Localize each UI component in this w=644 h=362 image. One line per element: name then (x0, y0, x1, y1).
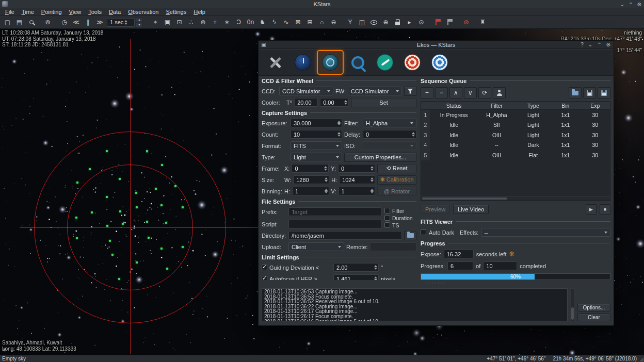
fits-viewer-icon[interactable]: ◫ (356, 17, 368, 28)
open-queue-button[interactable] (569, 87, 582, 98)
ekos-icon[interactable]: Y (344, 17, 356, 28)
resize-grip[interactable] (639, 357, 643, 361)
minimize-button[interactable]: ⌄ (620, 2, 624, 7)
menu-item[interactable]: Data (105, 9, 124, 15)
frame-y-spin[interactable]: 0 (338, 164, 375, 173)
size-w-spin[interactable]: 1280 (293, 175, 329, 184)
add-flag-icon[interactable] (432, 17, 444, 28)
solar-system-icon[interactable]: ⊡ (173, 17, 185, 28)
menu-item[interactable]: Time (18, 9, 38, 15)
expand-button[interactable]: ⌃ (597, 42, 601, 47)
sky-object-marker[interactable] (119, 210, 121, 212)
splitter-handle[interactable] (259, 281, 614, 285)
limit-checkbox[interactable] (262, 276, 267, 280)
sky-object-marker[interactable] (136, 261, 138, 264)
custom-properties-button[interactable]: Custom Properties... (344, 153, 416, 162)
save-queue-as-button[interactable] (598, 87, 610, 98)
time-step-back-icon[interactable]: ≪ (70, 17, 82, 28)
tab-scheduler[interactable] (291, 51, 315, 74)
tab-mount[interactable] (373, 51, 397, 74)
script-input[interactable] (288, 220, 381, 228)
sky-object-marker[interactable] (91, 211, 93, 213)
reset-queue-button[interactable]: ⟳ (478, 87, 491, 98)
tab-capture[interactable] (318, 51, 343, 74)
track-object-icon[interactable]: ⊙ (415, 17, 427, 28)
clear-button[interactable]: Clear (577, 314, 610, 321)
ekos-close-button[interactable]: ⊗ (606, 42, 610, 47)
slew-icon[interactable]: ▸ (404, 17, 415, 28)
sky-object-marker[interactable] (165, 222, 167, 224)
prefix-input[interactable]: Target (288, 207, 381, 216)
sequence-row[interactable]: 5 Idle OIII Flat 1x1 30 (421, 150, 610, 160)
sequence-row[interactable]: 3 Idle OIII Light 1x1 30 (421, 130, 610, 140)
remove-job-button[interactable]: − (435, 87, 448, 98)
satellites-icon[interactable]: ϟ (268, 17, 280, 28)
job-down-button[interactable]: ∨ (464, 87, 477, 98)
size-h-spin[interactable]: 1024 (339, 175, 375, 184)
time-step-input[interactable]: 1 sec (107, 18, 135, 27)
ccd-select[interactable]: CCD Simulator (279, 87, 333, 95)
limit-value-spin[interactable]: 1.461 (333, 274, 379, 280)
menu-item[interactable]: Tools (85, 9, 105, 15)
sky-object-marker[interactable] (182, 206, 184, 208)
abort-icon[interactable]: ⊘ (460, 17, 472, 28)
time-step-forward-icon[interactable]: ≫ (94, 17, 106, 28)
menu-item[interactable]: File (2, 9, 18, 15)
stop-sequence-button[interactable]: ■ (600, 204, 610, 215)
sky-object-marker[interactable] (106, 150, 108, 152)
sequence-row[interactable]: 2 Idle SII Light 1x1 30 (421, 120, 610, 130)
time-clock-icon[interactable]: ◷ (58, 17, 70, 28)
set-temperature-button[interactable]: Set (351, 98, 416, 107)
tab-setup[interactable] (263, 51, 288, 74)
effects-select[interactable]: -- (481, 228, 610, 237)
sky-object-marker[interactable] (161, 164, 163, 166)
add-job-button[interactable]: + (421, 87, 433, 98)
help-button[interactable]: ? (581, 42, 584, 47)
indi-eye-icon[interactable] (368, 17, 380, 28)
start-sequence-button[interactable]: ▶ (586, 204, 597, 215)
count-spin[interactable]: 10 (291, 130, 342, 139)
telescope-target-icon[interactable]: ⊕ (380, 17, 392, 28)
milky-way-icon[interactable]: ∿ (280, 17, 292, 28)
planets-icon[interactable]: ⊖ (328, 17, 340, 28)
time-step-up-button[interactable]: ▴ (136, 18, 143, 22)
time-info-box[interactable]: LT: 10:28:08 AM Saturday, January 13, 20… (2, 30, 103, 48)
bin-h-spin[interactable]: 1 (292, 187, 329, 195)
time-step-down-button[interactable]: ▾ (136, 23, 143, 27)
supernovae-icon[interactable]: 0n (245, 17, 256, 28)
sky-object-marker[interactable] (146, 150, 148, 152)
constellation-lines-icon[interactable]: ∴ (185, 17, 197, 28)
hide-objects-icon[interactable]: ⊠ (292, 17, 304, 28)
delay-spin[interactable]: 0 (363, 130, 416, 139)
directory-input[interactable]: /home/jasem (288, 231, 402, 240)
geolocation-icon[interactable]: ⊚ (42, 17, 54, 28)
sky-object-marker[interactable] (76, 182, 78, 184)
filter-select[interactable]: H_Alpha (363, 119, 416, 127)
filter-manager-button[interactable] (404, 87, 416, 96)
observatory-icon[interactable]: ⌂ (316, 17, 328, 28)
options-button[interactable]: Options... (577, 304, 610, 311)
menu-item[interactable]: Pointing (38, 9, 66, 15)
menu-item[interactable]: View (66, 9, 85, 15)
live-video-button[interactable]: Live Video (453, 205, 489, 214)
sky-object-marker[interactable] (135, 192, 137, 194)
maximize-button[interactable]: ⌃ (629, 2, 633, 7)
limit-value-spin[interactable]: 2.00 (333, 263, 379, 272)
sky-object-marker[interactable] (109, 240, 111, 242)
sky-object-marker[interactable] (76, 237, 78, 239)
sky-object-marker[interactable] (106, 196, 108, 198)
temp-target-spin[interactable]: 0.00 (320, 98, 349, 107)
exposure-spin[interactable]: 30.000 (291, 119, 342, 127)
tab-focus[interactable] (345, 51, 370, 74)
tab-align[interactable] (400, 51, 425, 74)
deep-sky-objects-icon[interactable]: ⊚ (197, 17, 209, 28)
stars-toggle-icon[interactable]: + (209, 17, 221, 28)
sky-object-marker[interactable] (75, 217, 77, 219)
sky-chart-icon[interactable]: ▤ (13, 17, 25, 28)
constellation-art-icon[interactable]: ♞ (256, 17, 268, 28)
sky-object-marker[interactable] (89, 168, 91, 170)
tab-guide[interactable] (427, 51, 452, 74)
device-manager-icon[interactable]: ♜ (477, 17, 489, 28)
sky-object-marker[interactable] (122, 223, 124, 225)
observer-button[interactable] (493, 87, 506, 98)
